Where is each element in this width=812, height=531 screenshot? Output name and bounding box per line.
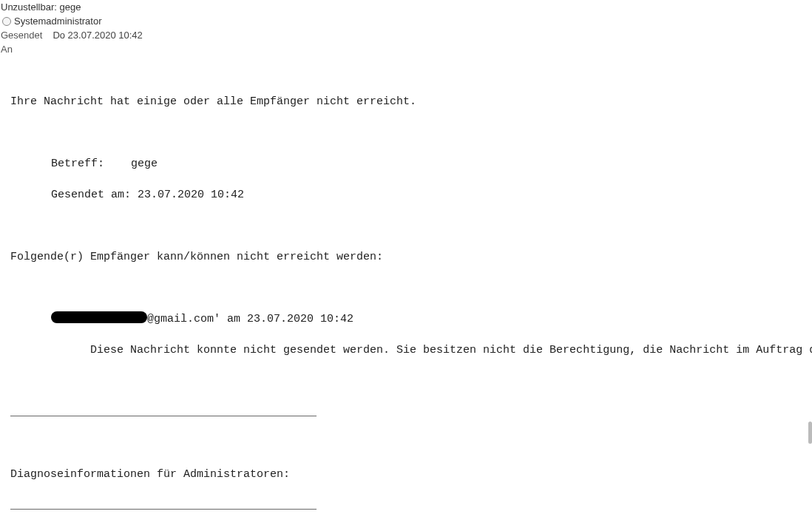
redacted-email-icon [51, 311, 147, 323]
sent-on-row: Gesendet am: 23.07.2020 10:42 [10, 187, 812, 203]
intro-text: Ihre Nachricht hat einige oder alle Empf… [10, 94, 812, 109]
sent-value: Do 23.07.2020 10:42 [53, 30, 142, 41]
error-message: Diese Nachricht konnte nicht gesendet we… [10, 342, 812, 358]
sender-row: Systemadministrator [0, 16, 812, 27]
scrollbar-track[interactable] [805, 0, 812, 531]
email-header: Unzustellbar: gege Systemadministrator G… [0, 0, 812, 56]
failed-recipients-text: Folgende(r) Empfänger kann/können nicht … [10, 249, 812, 265]
scrollbar-thumb[interactable] [808, 422, 812, 444]
separator-line-2: ________________________________________… [10, 498, 812, 513]
sender-avatar-icon [2, 17, 11, 26]
diag-header: Diagnoseinformationen für Administratore… [10, 467, 812, 482]
recipient-line: @gmail.com' am 23.07.2020 10:42 [10, 311, 812, 327]
separator-line: ________________________________________… [10, 405, 812, 420]
subject-row: Betreff: gege [10, 156, 812, 172]
subject-line: Unzustellbar: gege [0, 1, 812, 13]
to-row: An [0, 44, 812, 55]
sent-row: Gesendet Do 23.07.2020 10:42 [0, 30, 812, 41]
to-label: An [1, 44, 13, 55]
sent-label: Gesendet [1, 30, 42, 41]
email-body: Ihre Nachricht hat einige oder alle Empf… [0, 78, 812, 531]
sender-name: Systemadministrator [14, 16, 101, 27]
